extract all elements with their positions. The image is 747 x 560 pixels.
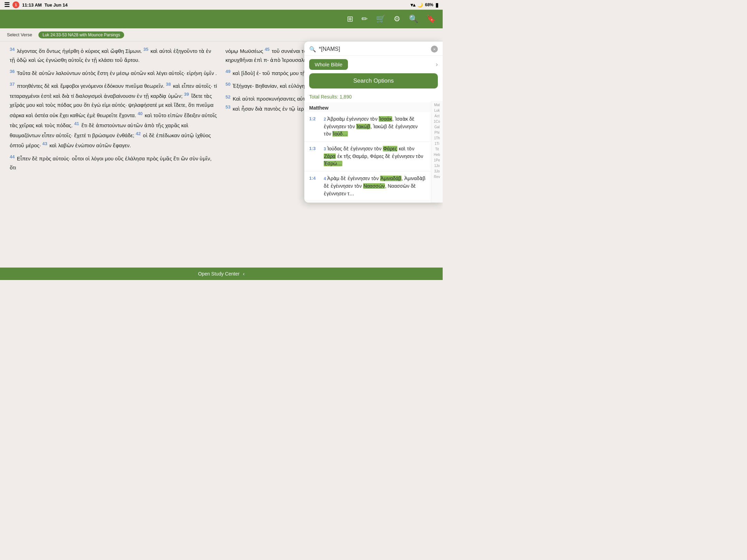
verse-37: 37 πτοηθέντες δὲ καὶ ἔμφοβοι γενόμενοι ἐ… — [10, 81, 217, 150]
book-index-gal[interactable]: Gal — [434, 124, 440, 130]
time: 11:13 AM — [22, 2, 42, 8]
search-input[interactable] — [319, 46, 428, 52]
main-content: 34 λέγοντας ὅτι ὄντως ἠγέρθη ὁ κύριος κα… — [0, 41, 443, 268]
scope-button[interactable]: Whole Bible — [309, 59, 348, 70]
verse-36: 36 Ταῦτα δὲ αὐτῶν λαλούντων αὐτὸς ἔστη ἐ… — [10, 68, 217, 78]
status-left: ☰ 1 11:13 AM Tue Jun 14 — [4, 1, 68, 9]
highlight: Ἀμιναδάβ — [380, 176, 402, 181]
book-index-luk[interactable]: Luk — [434, 108, 440, 113]
book-index-1pe[interactable]: 1Pe — [434, 158, 440, 163]
book-index-act[interactable]: Act — [434, 113, 439, 119]
hamburger-icon[interactable]: ☰ — [4, 1, 10, 9]
result-text: 2 Ἀβραὰμ ἐγέννησεν τὸν Ἰσαάκ, Ἰσαὰκ δὲ ἐ… — [324, 115, 426, 138]
bottom-bar: Open Study Center ‹ — [0, 268, 443, 280]
battery-icon: ▮ — [435, 2, 439, 8]
scope-row: Whole Bible › — [304, 56, 443, 73]
book-index-tit[interactable]: Tit — [435, 147, 439, 152]
moon-icon: 🌙 — [417, 2, 423, 8]
result-ref: 1:4 — [309, 175, 320, 197]
results-list: Matthew 1:2 2 Ἀβραὰμ ἐγέννησεν τὸν Ἰσαάκ… — [304, 101, 431, 203]
result-item[interactable]: 1:3 3 Ἰούδας δὲ ἐγέννησεν τὸν Φάρες καὶ … — [304, 142, 431, 171]
section-header-matthew: Matthew — [304, 102, 431, 112]
result-item[interactable]: 1:2 2 Ἀβραὰμ ἐγέννησεν τὸν Ἰσαάκ, Ἰσαὰκ … — [304, 112, 431, 142]
result-verse-num: 4 — [324, 176, 327, 181]
battery-level: 68% — [425, 2, 433, 7]
study-center-chevron-icon[interactable]: ‹ — [243, 271, 245, 277]
result-ref: 1:2 — [309, 115, 320, 138]
result-ref: 1:3 — [309, 145, 320, 168]
highlight: Ἰσαάκ — [379, 116, 392, 122]
wifi-icon: ▾▴ — [411, 2, 415, 8]
search-input-row: 🔍 × — [304, 41, 443, 56]
highlight: Ζάρα — [324, 153, 336, 159]
result-item[interactable]: 1:4 4 Ἀρὰμ δὲ ἐγέννησεν τὸν Ἀμιναδάβ, Ἀμ… — [304, 171, 431, 201]
book-index: Mat Luk Act 1Co Gal Phi 1Th 1Ti Tit Heb … — [431, 101, 443, 203]
search-icon[interactable]: 🔍 — [409, 15, 418, 24]
result-verse-num: 3 — [324, 147, 327, 151]
bookmark-list-icon[interactable]: ✏ — [361, 15, 368, 24]
cart-icon[interactable]: 🛒 — [376, 15, 385, 24]
search-options-button[interactable]: Search Options — [309, 73, 438, 88]
highlight: Ἰακώβ — [356, 124, 370, 129]
verse-34: 34 λέγοντας ὅτι ὄντως ἠγέρθη ὁ κύριος κα… — [10, 46, 217, 65]
scope-chevron-icon[interactable]: › — [436, 61, 438, 68]
search-panel: 🔍 × Whole Bible › Search Options Total R… — [304, 41, 443, 203]
book-index-1th[interactable]: 1Th — [434, 136, 440, 141]
date: Tue Jun 14 — [45, 2, 68, 8]
book-index-1jo[interactable]: 1Jo — [434, 163, 440, 169]
reference-tag[interactable]: Luk 24:33-53 NA28 with Mounce Parsings — [38, 31, 124, 38]
settings-icon[interactable]: ⚙ — [394, 15, 400, 24]
book-index-3jo[interactable]: 3Jo — [434, 169, 440, 174]
text-column-left: 34 λέγοντας ὅτι ὄντως ἠγέρθη ὁ κύριος κα… — [6, 46, 221, 263]
verse-44: 44 Εἶπεν δὲ πρὸς αὐτούς· οὗτοι οἱ λόγοι … — [10, 153, 217, 172]
select-verse-button[interactable]: Select Verse — [4, 31, 35, 39]
result-text: 4 Ἀρὰμ δὲ ἐγέννησεν τὸν Ἀμιναδάβ, Ἀμιναδ… — [324, 175, 426, 197]
ref-bar: Select Verse Luk 24:33-53 NA28 with Moun… — [0, 28, 443, 41]
result-verse-num: 2 — [324, 117, 327, 122]
bookmark-icon[interactable]: 🔖 — [426, 15, 436, 24]
book-index-mat[interactable]: Mat — [434, 102, 440, 108]
results-header: Total Results: 1,890 — [304, 92, 443, 101]
results-container: Matthew 1:2 2 Ἀβραὰμ ἐγέννησεν τὸν Ἰσαάκ… — [304, 101, 443, 203]
highlight: Ναασσών — [363, 183, 385, 189]
book-index-1ti[interactable]: 1Ti — [435, 141, 440, 147]
book-index-phi[interactable]: Phi — [434, 130, 439, 136]
status-right: ▾▴ 🌙 68% ▮ — [411, 2, 439, 8]
study-center-label[interactable]: Open Study Center — [198, 271, 240, 277]
library-icon[interactable]: ⊞ — [347, 15, 353, 24]
book-index-heb[interactable]: Heb — [434, 152, 440, 158]
highlight: Ἐσρώ… — [324, 161, 342, 166]
status-bar: ☰ 1 11:13 AM Tue Jun 14 ▾▴ 🌙 68% ▮ — [0, 0, 443, 10]
book-index-rev[interactable]: Rev — [434, 174, 440, 180]
search-glass-icon: 🔍 — [309, 46, 316, 53]
nav-bar: ⊞ ✏ 🛒 ⚙ 🔍 🔖 — [0, 10, 443, 28]
book-index-1co[interactable]: 1Co — [434, 119, 440, 124]
search-clear-button[interactable]: × — [431, 46, 438, 53]
highlight: Φάρες — [383, 146, 397, 151]
notification-badge: 1 — [12, 1, 19, 8]
result-text: 3 Ἰούδας δὲ ἐγέννησεν τὸν Φάρες καὶ τὸν … — [324, 145, 426, 168]
highlight: Ἰούδ… — [332, 131, 348, 137]
